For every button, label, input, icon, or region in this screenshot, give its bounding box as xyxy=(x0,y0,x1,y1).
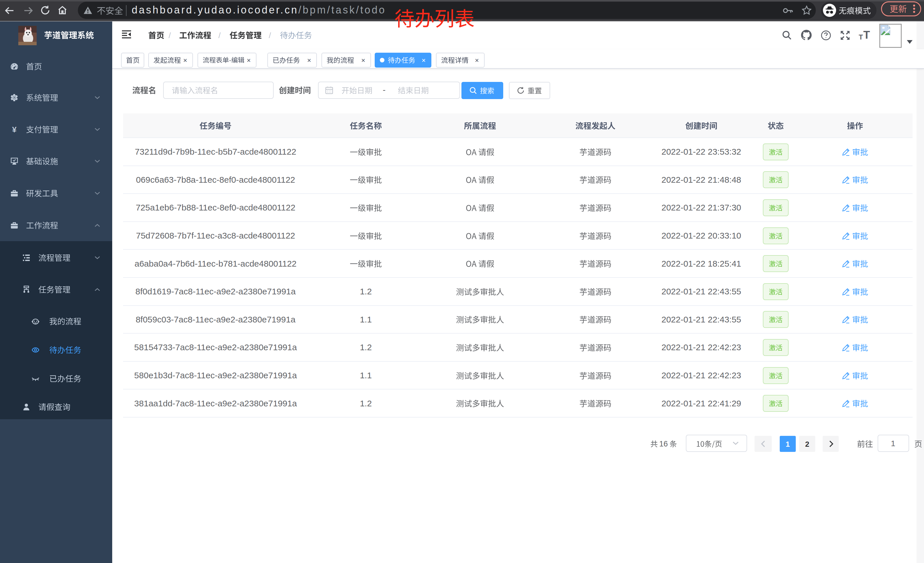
svg-text:¥: ¥ xyxy=(12,125,16,134)
